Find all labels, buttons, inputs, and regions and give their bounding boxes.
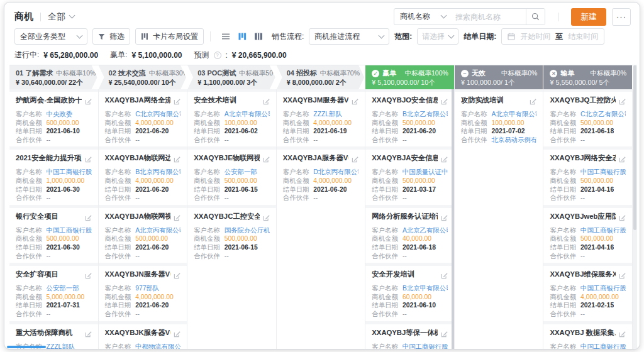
field-value[interactable]: A北京丙有限公司: [135, 226, 180, 235]
opportunity-card[interactable]: XXAQYBJ等保一体机XCC项目客户名称中国工商银行股份有...商机金额500…: [365, 321, 454, 349]
opportunity-card[interactable]: XXAQYBJweb应用防护墙XC...客户名称中国工商银行股份有...商机金额…: [543, 205, 632, 263]
edit-icon[interactable]: [441, 98, 448, 105]
search-input[interactable]: [452, 13, 526, 21]
edit-icon[interactable]: [85, 272, 92, 279]
range-select[interactable]: 请选择: [417, 28, 458, 45]
field-value[interactable]: 中国工商银行股份有...: [580, 343, 626, 349]
search-type-selector[interactable]: 商机名称: [394, 11, 452, 22]
field-value[interactable]: ZZZL部队: [313, 110, 342, 119]
field-value[interactable]: 国务院办公厅机关服...: [225, 226, 270, 235]
field-value[interactable]: 中国质量认证中心: [402, 168, 448, 177]
card-layout-button[interactable]: 卡片布局设置: [135, 28, 204, 45]
edit-icon[interactable]: [441, 331, 448, 338]
field-value[interactable]: A北京甲有限公司: [225, 110, 270, 119]
field-value[interactable]: 中国工商银行股份有...: [580, 284, 626, 293]
opportunity-card[interactable]: 网络分析服务认证培训客户名称A北京乙有限公司商机金额40,000.00结单日期2…: [365, 205, 454, 263]
opportunity-card[interactable]: XXAQYBJQ工控防火墙系统...客户名称C北京乙有限公司商机金额500,00…: [543, 89, 632, 146]
field-value[interactable]: 977部队: [135, 284, 159, 293]
opportunity-card[interactable]: XXAQYBJA服务器V00XCC...客户名称D北京丙有限公司商机金额4,00…: [277, 146, 365, 204]
field-value[interactable]: 中国工商银行股份有...: [47, 168, 92, 177]
opportunity-card[interactable]: XXAQYBJA网络全流量安全...客户名称C北京丙有限公司商机金额4,000,…: [99, 89, 187, 146]
edit-icon[interactable]: [441, 272, 448, 279]
field-value[interactable]: 中国工商银行股份有...: [47, 226, 92, 235]
kanban-view-toggle-active[interactable]: [235, 30, 249, 44]
field-value[interactable]: B北京丙有限公司: [135, 168, 180, 177]
edit-icon[interactable]: [174, 272, 180, 279]
business-type-select[interactable]: 全部业务类型: [14, 28, 87, 45]
field-value[interactable]: 中央政委: [47, 110, 73, 119]
vertical-scrollbar-thumb[interactable]: [633, 65, 636, 230]
opportunity-card[interactable]: XXAQYBJK服务器V00XCD...客户名称中都物流有限公司商机金额4,00…: [99, 321, 187, 349]
search-button[interactable]: [526, 8, 545, 25]
edit-icon[interactable]: [174, 331, 180, 338]
edit-icon[interactable]: [263, 156, 270, 163]
opportunity-card[interactable]: 安全技术培训客户名称A北京甲有限公司商机金额100,000.00结单日期2021…: [187, 89, 276, 146]
field-value[interactable]: A北京乙有限公司: [402, 226, 448, 235]
column-body: 护航两会-全国政协十三届...客户名称中央政委商机金额600,000.00结单日…: [9, 89, 99, 349]
field-label: 结单日期: [194, 127, 220, 136]
opportunity-card[interactable]: XXAQYBJC工控安全检查工...客户名称国务院办公厅机关服...商机金额50…: [187, 205, 276, 263]
edit-icon[interactable]: [85, 214, 92, 221]
filter-button[interactable]: 筛选: [92, 28, 130, 45]
sales-process-select[interactable]: 商机推进流程: [309, 28, 389, 45]
compact-view-toggle[interactable]: [251, 30, 265, 44]
field-value[interactable]: B北京甲有限公司: [402, 284, 448, 293]
date-range-input[interactable]: 开始时间 至 结束时间: [501, 28, 604, 45]
field-value[interactable]: A北京甲有限公司: [491, 110, 536, 119]
new-opportunity-button[interactable]: 新建: [571, 8, 606, 26]
field-value[interactable]: 中国工商银行股份有...: [580, 168, 626, 177]
opportunity-card[interactable]: XXAQYBJM服务器V00XCC...客户名称ZZZL部队商机金额4,000,…: [277, 89, 365, 146]
opportunity-card[interactable]: XXAQYBJN服务器V00XCD...客户名称977部队商机金额4,000,0…: [99, 263, 187, 321]
edit-icon[interactable]: [263, 98, 270, 105]
field-value[interactable]: 公安部一部: [225, 168, 257, 177]
opportunity-card[interactable]: 银行安全项目客户名称中国工商银行股份有...商机金额500,000.00结单日期…: [9, 205, 98, 263]
field-value[interactable]: D北京丙有限公司: [313, 168, 358, 177]
edit-icon[interactable]: [352, 98, 358, 105]
field-value[interactable]: B北京乙有限公司: [402, 110, 448, 119]
edit-icon[interactable]: [174, 98, 180, 105]
edit-icon[interactable]: [619, 156, 626, 163]
edit-icon[interactable]: [352, 156, 358, 163]
edit-icon[interactable]: [174, 214, 180, 221]
horizontal-scrollbar-thumb[interactable]: [7, 346, 46, 348]
list-view-toggle[interactable]: [218, 30, 233, 44]
opportunity-card[interactable]: XXAQYBJ维保服务XCC项目客户名称中国工商银行股份有...商机金额4,00…: [543, 263, 632, 321]
edit-icon[interactable]: [619, 331, 626, 338]
edit-icon[interactable]: [619, 214, 626, 221]
more-actions-button[interactable]: ···: [612, 8, 631, 26]
opportunity-card[interactable]: 攻防实战培训客户名称A北京甲有限公司商机金额100,000.00结单日期2021…: [455, 89, 543, 146]
opportunity-card[interactable]: XXAQYBJE物联网视频上云...客户名称公安部一部商机金额500,000.0…: [187, 146, 276, 204]
edit-icon[interactable]: [619, 98, 626, 105]
edit-icon[interactable]: [619, 272, 626, 279]
scope-selector[interactable]: 全部: [48, 11, 74, 23]
field-value[interactable]: 公安部一部: [47, 284, 79, 293]
edit-icon[interactable]: [85, 331, 92, 338]
field-value[interactable]: 中国工商银行股份有...: [402, 343, 448, 349]
edit-icon[interactable]: [441, 156, 448, 163]
field-value[interactable]: ZZZL部队: [47, 343, 75, 349]
edit-icon[interactable]: [441, 214, 448, 221]
opportunity-card[interactable]: 重大活动保障商机客户名称ZZZL部队商机金额5,000,000.00结单日期20…: [9, 321, 98, 349]
field-value[interactable]: C北京乙有限公司: [580, 110, 626, 119]
opportunity-card[interactable]: XXAQYBJA物联网边缘AI智...客户名称B北京丙有限公司商机金额4,000…: [99, 146, 187, 204]
field-value[interactable]: 北京易动示例有限公...: [491, 136, 536, 145]
opportunity-card[interactable]: XXAQYBJ 数据采集、存储...客户名称中国工商银行股份有...商机金额50…: [543, 321, 632, 349]
opportunity-card[interactable]: XXAQYBJA安全信息隔离与...客户名称中国质量认证中心商机金额500,00…: [365, 146, 454, 204]
edit-icon[interactable]: [263, 214, 270, 221]
opportunity-card[interactable]: 安全扩容项目客户名称公安部一部商机金额5,000,000.00结单日期2021-…: [9, 263, 98, 321]
opportunity-card[interactable]: 2021安全能力提升项目客户名称中国工商银行股份有...商机金额1,000,00…: [9, 146, 98, 204]
edit-icon[interactable]: [85, 98, 92, 105]
opportunity-card[interactable]: XXAQYBJO安全信息隔离与...客户名称B北京乙有限公司商机金额500,00…: [365, 89, 454, 146]
opportunity-card[interactable]: XXAQYBJ网络安全态势感知...客户名称中国工商银行股份有...商机金额50…: [543, 146, 632, 204]
info-icon[interactable]: ?: [214, 52, 221, 59]
opportunity-card[interactable]: XXAQYBJA物联网视频上云...客户名称A北京丙有限公司商机金额500,00…: [99, 205, 187, 263]
edit-icon[interactable]: [174, 156, 180, 163]
opportunity-card[interactable]: 护航两会-全国政协十三届...客户名称中央政委商机金额600,000.00结单日…: [9, 89, 98, 146]
field-value[interactable]: 中都物流有限公司: [135, 343, 180, 349]
field-value[interactable]: C北京丙有限公司: [135, 110, 180, 119]
vertical-scrollbar[interactable]: [633, 65, 637, 349]
edit-icon[interactable]: [85, 156, 92, 163]
field-value[interactable]: 中国工商银行股份有...: [580, 226, 626, 235]
edit-icon[interactable]: [530, 98, 536, 105]
opportunity-card[interactable]: 安全开发培训客户名称B北京甲有限公司商机金额60,000.00结单日期2021-…: [365, 263, 454, 321]
